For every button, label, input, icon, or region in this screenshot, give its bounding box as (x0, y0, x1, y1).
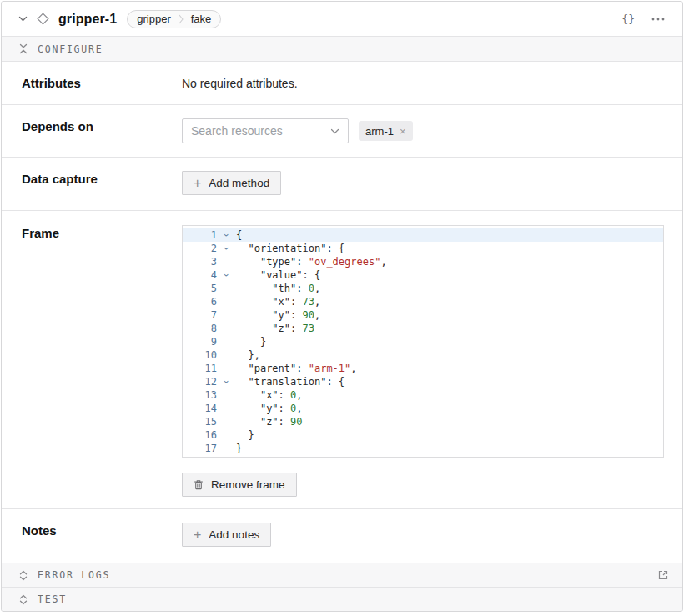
code-line-text: "y": 90, (236, 308, 320, 322)
collapse-card-chevron-icon[interactable] (18, 16, 28, 22)
add-method-button[interactable]: + Add method (182, 171, 281, 195)
json-mode-button[interactable]: {} (617, 9, 639, 29)
attributes-label: Attributes (22, 75, 182, 90)
line-number: 3 (183, 255, 217, 268)
depends-on-row: Depends on Search resources arm-1 × (2, 105, 682, 158)
notes-label: Notes (22, 523, 182, 538)
plus-icon: + (194, 177, 201, 190)
error-logs-section-label: ERROR LOGS (38, 569, 110, 581)
remove-dependency-icon[interactable]: × (400, 126, 406, 137)
code-editor-lines: 1›{2› "orientation": {3 "type": "ov_degr… (183, 228, 663, 455)
line-number: 7 (183, 308, 217, 322)
attributes-row: Attributes No required attributes. (2, 62, 682, 105)
depends-on-label: Depends on (22, 118, 182, 133)
configure-section-header[interactable]: CONFIGURE (2, 37, 682, 62)
line-number: 2 (183, 242, 217, 255)
code-line-text: "x": 73, (236, 295, 320, 308)
data-capture-label: Data capture (22, 171, 182, 186)
dependency-chip: arm-1 × (359, 121, 413, 141)
badge-divider-icon (179, 14, 184, 24)
code-line-text: "z": 73 (236, 322, 314, 335)
test-section-header[interactable]: TEST (2, 588, 682, 612)
resource-header: gripper-1 gripper fake {} (2, 2, 682, 37)
editor-line[interactable]: 3 "type": "ov_degrees", (183, 255, 663, 268)
editor-line[interactable]: 13 "x": 0, (183, 388, 663, 402)
add-notes-button-label: Add notes (209, 528, 259, 541)
line-number: 1 (183, 228, 217, 242)
code-line-text: "orientation": { (236, 242, 345, 255)
remove-frame-button[interactable]: Remove frame (182, 473, 297, 497)
test-section-label: TEST (38, 593, 67, 605)
resource-type-badge: gripper fake (127, 10, 221, 28)
code-line-text: "x": 0, (236, 388, 303, 402)
dependency-chip-label: arm-1 (365, 125, 394, 138)
search-placeholder: Search resources (191, 124, 283, 138)
code-line-text: } (236, 428, 254, 442)
frame-json-editor[interactable]: 1›{2› "orientation": {3 "type": "ov_degr… (182, 225, 664, 458)
editor-line[interactable]: 17} (183, 442, 663, 455)
add-method-button-label: Add method (209, 177, 269, 189)
editor-line[interactable]: 8 "z": 73 (183, 322, 663, 335)
data-capture-row: Data capture + Add method (2, 158, 682, 211)
open-in-new-icon[interactable] (657, 569, 669, 581)
remove-frame-button-label: Remove frame (211, 478, 285, 491)
line-number: 9 (183, 335, 217, 348)
line-number: 11 (183, 362, 217, 375)
code-line-text: "type": "ov_degrees", (236, 255, 387, 268)
collapse-vertical-icon (19, 43, 28, 54)
resource-config-card: gripper-1 gripper fake {} CONFIGURE Attr… (1, 1, 683, 612)
chevron-down-icon (330, 128, 339, 134)
fold-gutter (220, 439, 234, 458)
line-number: 8 (183, 322, 217, 335)
line-number: 10 (183, 348, 217, 362)
editor-line[interactable]: 10 }, (183, 348, 663, 362)
editor-line[interactable]: 1›{ (183, 228, 663, 242)
attributes-message: No required attributes. (182, 75, 298, 90)
line-number: 14 (183, 402, 217, 415)
editor-line[interactable]: 15 "z": 90 (183, 415, 663, 428)
line-number: 12 (183, 375, 217, 388)
line-number: 5 (183, 282, 217, 295)
editor-line[interactable]: 9 } (183, 335, 663, 348)
configure-section-label: CONFIGURE (38, 43, 103, 55)
line-number: 13 (183, 388, 217, 402)
frame-row: Frame 1›{2› "orientation": {3 "type": "o… (2, 211, 682, 509)
component-diamond-icon (36, 12, 50, 26)
code-line-text: "value": { (236, 268, 320, 282)
code-line-text: { (236, 228, 242, 242)
line-number: 17 (183, 442, 217, 455)
editor-line[interactable]: 12› "translation": { (183, 375, 663, 388)
badge-model-label: fake (191, 13, 212, 25)
editor-line[interactable]: 5 "th": 0, (183, 282, 663, 295)
code-line-text: } (236, 442, 242, 455)
depends-on-search-select[interactable]: Search resources (182, 118, 349, 143)
editor-line[interactable]: 7 "y": 90, (183, 308, 663, 322)
editor-line[interactable]: 4› "value": { (183, 268, 663, 282)
code-line-text: "parent": "arm-1", (236, 362, 357, 375)
editor-line[interactable]: 16 } (183, 428, 663, 442)
editor-line[interactable]: 2› "orientation": { (183, 242, 663, 255)
frame-label: Frame (22, 225, 182, 240)
line-number: 16 (183, 428, 217, 442)
editor-line[interactable]: 11 "parent": "arm-1", (183, 362, 663, 375)
trash-icon (194, 479, 204, 490)
code-line-text: } (236, 335, 266, 348)
line-number: 6 (183, 295, 217, 308)
notes-row: Notes + Add notes (2, 509, 682, 563)
badge-type-label: gripper (137, 13, 170, 25)
code-line-text: "translation": { (236, 375, 345, 388)
editor-line[interactable]: 14 "y": 0, (183, 402, 663, 415)
code-line-text: "y": 0, (236, 402, 303, 415)
code-line-text: }, (236, 348, 260, 362)
line-number: 4 (183, 268, 217, 282)
editor-line[interactable]: 6 "x": 73, (183, 295, 663, 308)
overflow-menu-button[interactable] (647, 9, 669, 29)
error-logs-section-header[interactable]: ERROR LOGS (2, 563, 682, 588)
add-notes-button[interactable]: + Add notes (182, 523, 271, 547)
plus-icon: + (194, 528, 201, 542)
expand-vertical-icon (19, 594, 28, 605)
code-line-text: "th": 0, (236, 282, 320, 295)
code-line-text: "z": 90 (236, 415, 303, 428)
line-number: 15 (183, 415, 217, 428)
resource-title: gripper-1 (58, 12, 117, 27)
